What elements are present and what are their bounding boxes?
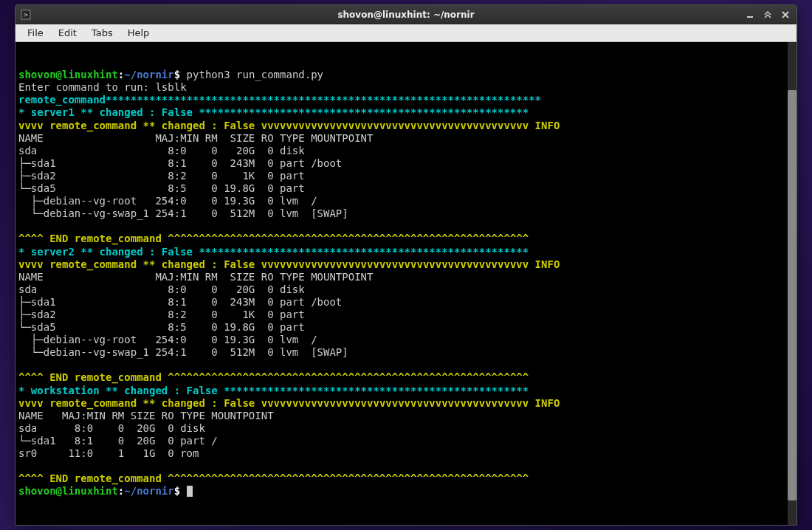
lsblk-row: ├─debian--vg-root 254:0 0 19.3G 0 lvm / bbox=[18, 334, 317, 345]
menu-edit[interactable]: Edit bbox=[51, 26, 84, 40]
task-header: remote_command bbox=[18, 94, 106, 106]
vv-header-3: vvvv remote_command ** changed : False bbox=[18, 397, 261, 409]
end-header-2: ^^^^ END remote_command bbox=[18, 371, 168, 383]
end-header: ^^^^ END remote_command bbox=[18, 233, 168, 244]
close-button[interactable] bbox=[780, 10, 791, 20]
prompt-dollar-2: $ bbox=[174, 485, 180, 497]
vv-header-2-v: vvvvvvvvvvvvvvvvvvvvvvvvvvvvvvvvvvvvvvvv… bbox=[261, 258, 529, 270]
vv-info-2: INFO bbox=[529, 258, 560, 270]
task-header-stars: ****************************************… bbox=[106, 94, 541, 106]
cmd-line: python3 run_command.py bbox=[180, 69, 323, 80]
lsblk-row: sda 8:0 0 20G 0 disk bbox=[18, 422, 211, 434]
end-carets: ^^^^^^^^^^^^^^^^^^^^^^^^^^^^^^^^^^^^^^^^… bbox=[168, 233, 529, 244]
server2-header: * server2 ** changed : False bbox=[18, 246, 199, 258]
window-controls bbox=[745, 10, 796, 20]
terminal-output: shovon@linuxhint:~/nornir$ python3 run_c… bbox=[18, 69, 794, 498]
prompt-userhost: shovon@linuxhint bbox=[18, 69, 118, 80]
vv-info: INFO bbox=[529, 120, 560, 131]
menubar: File Edit Tabs Help bbox=[16, 24, 796, 42]
prompt-path: ~/nornir bbox=[124, 69, 173, 80]
end-carets-3: ^^^^^^^^^^^^^^^^^^^^^^^^^^^^^^^^^^^^^^^^… bbox=[168, 472, 529, 484]
prompt-input-line: Enter command to run: lsblk bbox=[18, 81, 187, 93]
terminal-cursor bbox=[187, 486, 193, 497]
end-carets-2: ^^^^^^^^^^^^^^^^^^^^^^^^^^^^^^^^^^^^^^^^… bbox=[168, 371, 529, 383]
app-icon: > bbox=[20, 9, 32, 21]
lsblk-row: ├─sda2 8:2 0 1K 0 part bbox=[18, 309, 311, 320]
menu-tabs[interactable]: Tabs bbox=[84, 26, 120, 40]
terminal-window: > shovon@linuxhint: ~/nornir File Edit T… bbox=[15, 4, 797, 526]
lsblk-row: sda 8:0 0 20G 0 disk bbox=[18, 145, 311, 156]
server2-header-stars: ****************************************… bbox=[199, 246, 529, 258]
vv-header-v: vvvvvvvvvvvvvvvvvvvvvvvvvvvvvvvvvvvvvvvv… bbox=[261, 120, 529, 131]
scrollbar-track[interactable] bbox=[788, 42, 796, 525]
titlebar[interactable]: > shovon@linuxhint: ~/nornir bbox=[16, 5, 796, 24]
prompt-dollar: $ bbox=[174, 69, 180, 80]
lsblk-row: └─debian--vg-swap_1 254:1 0 512M 0 lvm [… bbox=[18, 346, 348, 358]
server1-header: * server1 ** changed : False bbox=[18, 106, 199, 118]
lsblk-header-2: NAME MAJ:MIN RM SIZE RO TYPE MOUNTPOINT bbox=[18, 271, 373, 283]
prompt-path-2: ~/nornir bbox=[124, 485, 173, 497]
svg-text:>: > bbox=[23, 11, 29, 18]
scrollbar-thumb[interactable] bbox=[788, 90, 796, 500]
menu-help[interactable]: Help bbox=[120, 26, 157, 40]
lsblk-row: sr0 11:0 1 1G 0 rom bbox=[18, 447, 211, 459]
lsblk-row: └─debian--vg-swap_1 254:1 0 512M 0 lvm [… bbox=[18, 207, 348, 219]
vv-header-2: vvvv remote_command ** changed : False bbox=[18, 258, 261, 270]
server1-header-stars: ****************************************… bbox=[199, 106, 529, 118]
vv-header: vvvv remote_command ** changed : False bbox=[18, 120, 261, 131]
prompt-userhost-2: shovon@linuxhint bbox=[18, 485, 118, 497]
vv-info-3: INFO bbox=[529, 397, 560, 409]
workstation-header-stars: ****************************************… bbox=[224, 385, 529, 396]
vv-header-3-v: vvvvvvvvvvvvvvvvvvvvvvvvvvvvvvvvvvvvvvvv… bbox=[261, 397, 529, 409]
lsblk-row: ├─sda1 8:1 0 243M 0 part /boot bbox=[18, 296, 342, 308]
lsblk-row: └─sda1 8:1 0 20G 0 part / bbox=[18, 435, 218, 447]
menu-file[interactable]: File bbox=[20, 26, 51, 40]
terminal-area[interactable]: shovon@linuxhint:~/nornir$ python3 run_c… bbox=[16, 42, 796, 525]
lsblk-ws-header: NAME MAJ:MIN RM SIZE RO TYPE MOUNTPOINT bbox=[18, 410, 274, 421]
end-header-3: ^^^^ END remote_command bbox=[18, 472, 168, 484]
lsblk-header: NAME MAJ:MIN RM SIZE RO TYPE MOUNTPOINT bbox=[18, 132, 373, 144]
lsblk-row: ├─sda1 8:1 0 243M 0 part /boot bbox=[18, 157, 342, 169]
maximize-button[interactable] bbox=[763, 10, 773, 20]
minimize-button[interactable] bbox=[745, 10, 755, 20]
lsblk-row: ├─sda2 8:2 0 1K 0 part bbox=[18, 170, 311, 182]
lsblk-row: ├─debian--vg-root 254:0 0 19.3G 0 lvm / bbox=[18, 195, 317, 207]
lsblk-row: sda 8:0 0 20G 0 disk bbox=[18, 283, 311, 295]
window-title: shovon@linuxhint: ~/nornir bbox=[337, 10, 474, 20]
lsblk-row: └─sda5 8:5 0 19.8G 0 part bbox=[18, 182, 311, 194]
lsblk-row: └─sda5 8:5 0 19.8G 0 part bbox=[18, 321, 311, 333]
workstation-header: * workstation ** changed : False bbox=[18, 385, 224, 396]
